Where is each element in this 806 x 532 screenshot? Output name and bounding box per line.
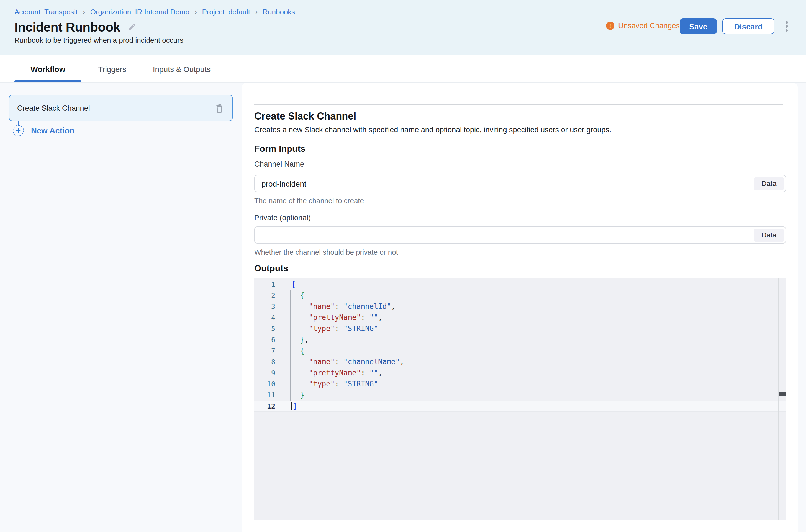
page-title: Incident Runbook xyxy=(14,20,120,35)
kebab-dot-icon xyxy=(786,21,788,23)
page-subtitle: Runbook to be triggered when a prod inci… xyxy=(14,36,183,44)
code-line-5[interactable]: 5 "type": "STRING" xyxy=(254,323,786,335)
kebab-dot-icon xyxy=(786,25,788,28)
action-description: Creates a new Slack channel with specifi… xyxy=(254,126,611,134)
code-line-7[interactable]: 7 { xyxy=(254,345,786,357)
chevron-right-icon: › xyxy=(195,8,197,16)
code-line-4[interactable]: 4 "prettyName": "", xyxy=(254,312,786,323)
new-action-button[interactable]: + New Action xyxy=(13,125,74,136)
breadcrumb-organization-link[interactable]: Organization: IR Internal Demo xyxy=(90,8,189,16)
overflow-menu-button[interactable] xyxy=(782,20,791,33)
code-line-11[interactable]: 11 } xyxy=(254,390,786,401)
outputs-heading: Outputs xyxy=(254,264,288,273)
channel-name-helper: The name of the channel to create xyxy=(254,196,364,205)
content-area: Create Slack Channel + New Action xyxy=(0,83,806,532)
channel-name-field: Data xyxy=(254,175,786,192)
line-number: 2 xyxy=(254,290,279,301)
code-line-content[interactable]: "name": "channelName", xyxy=(279,357,404,367)
new-action-label: New Action xyxy=(31,126,74,135)
channel-name-data-button[interactable]: Data xyxy=(754,177,784,190)
line-number: 6 xyxy=(254,335,279,345)
line-number: 5 xyxy=(254,323,279,335)
chevron-right-icon: › xyxy=(255,8,258,16)
private-input[interactable] xyxy=(254,226,786,244)
title-row: Incident Runbook xyxy=(14,20,138,35)
line-number: 9 xyxy=(254,367,279,379)
breadcrumb-runbooks-link[interactable]: Runbooks xyxy=(262,8,295,16)
divider xyxy=(254,104,783,105)
tab-inputs-outputs[interactable]: Inputs & Outputs xyxy=(144,55,220,82)
unsaved-changes-badge: ! Unsaved Changes xyxy=(606,22,680,30)
code-line-6[interactable]: 6 }, xyxy=(254,335,786,345)
code-line-9[interactable]: 9 "prettyName": "", xyxy=(254,367,786,379)
code-line-content[interactable]: } xyxy=(279,390,305,401)
code-line-10[interactable]: 10 "type": "STRING" xyxy=(254,379,786,390)
discard-button[interactable]: Discard xyxy=(722,18,774,34)
code-line-content[interactable]: "type": "STRING" xyxy=(279,379,378,390)
action-card-label: Create Slack Channel xyxy=(17,104,90,112)
form-inputs-heading: Form Inputs xyxy=(254,144,306,154)
code-line-8[interactable]: 8 "name": "channelName", xyxy=(254,357,786,367)
code-lines: 1[2 {3 "name": "channelId",4 "prettyName… xyxy=(254,278,786,412)
code-line-content[interactable]: [ xyxy=(279,279,296,290)
action-title: Create Slack Channel xyxy=(254,111,356,122)
breadcrumb-account-link[interactable]: Account: Transposit xyxy=(14,8,77,16)
line-number: 4 xyxy=(254,312,279,323)
runbook-editor-page: Account: Transposit › Organization: IR I… xyxy=(0,0,806,532)
workflow-action-card[interactable]: Create Slack Channel xyxy=(9,95,233,121)
code-line-content[interactable]: { xyxy=(279,290,305,301)
breadcrumb-project-link[interactable]: Project: default xyxy=(202,8,250,16)
code-line-12[interactable]: 12] xyxy=(254,401,786,412)
line-number: 1 xyxy=(254,279,279,290)
editor-scrollbar-thumb[interactable] xyxy=(779,392,786,396)
tab-bar: Workflow Triggers Inputs & Outputs xyxy=(0,55,806,83)
text-cursor xyxy=(291,402,292,410)
action-detail-panel: Create Slack Channel Creates a new Slack… xyxy=(241,83,798,532)
private-data-button[interactable]: Data xyxy=(754,228,784,242)
private-field: Data xyxy=(254,226,786,244)
code-line-content[interactable]: "prettyName": "", xyxy=(279,367,383,379)
line-number: 8 xyxy=(254,357,279,367)
line-number: 12 xyxy=(254,401,279,412)
private-helper: Whether the channel should be private or… xyxy=(254,248,398,256)
unsaved-changes-label: Unsaved Changes xyxy=(618,22,680,30)
edit-title-button[interactable] xyxy=(127,22,138,32)
channel-name-label: Channel Name xyxy=(254,160,304,168)
code-line-content[interactable]: { xyxy=(279,345,305,357)
line-number: 10 xyxy=(254,379,279,390)
code-line-3[interactable]: 3 "name": "channelId", xyxy=(254,301,786,312)
kebab-dot-icon xyxy=(786,29,788,32)
editor-scrollbar-track[interactable] xyxy=(778,278,779,520)
channel-name-input[interactable] xyxy=(254,175,786,192)
chevron-right-icon: › xyxy=(83,8,85,16)
outputs-code-editor[interactable]: 1[2 {3 "name": "channelId",4 "prettyName… xyxy=(254,278,786,520)
delete-action-button[interactable] xyxy=(214,102,224,113)
pencil-icon xyxy=(127,22,137,33)
tab-workflow[interactable]: Workflow xyxy=(14,55,81,82)
code-line-content[interactable]: "type": "STRING" xyxy=(279,323,378,335)
code-line-1[interactable]: 1[ xyxy=(254,279,786,290)
code-line-2[interactable]: 2 { xyxy=(254,290,786,301)
line-number: 7 xyxy=(254,345,279,357)
private-label: Private (optional) xyxy=(254,214,311,222)
code-line-content[interactable]: "prettyName": "", xyxy=(279,312,383,323)
trash-icon xyxy=(214,107,224,115)
save-button[interactable]: Save xyxy=(680,18,717,34)
workflow-steps-panel: Create Slack Channel + New Action xyxy=(0,83,241,532)
code-line-content[interactable]: ] xyxy=(279,401,297,412)
page-header: Account: Transposit › Organization: IR I… xyxy=(0,0,806,55)
tab-triggers[interactable]: Triggers xyxy=(89,55,135,82)
breadcrumb: Account: Transposit › Organization: IR I… xyxy=(14,8,295,16)
line-number: 11 xyxy=(254,390,279,401)
plus-icon: + xyxy=(13,125,24,136)
code-line-content[interactable]: "name": "channelId", xyxy=(279,301,396,312)
line-number: 3 xyxy=(254,301,279,312)
code-line-content[interactable]: }, xyxy=(279,335,309,345)
warning-icon: ! xyxy=(606,22,614,30)
